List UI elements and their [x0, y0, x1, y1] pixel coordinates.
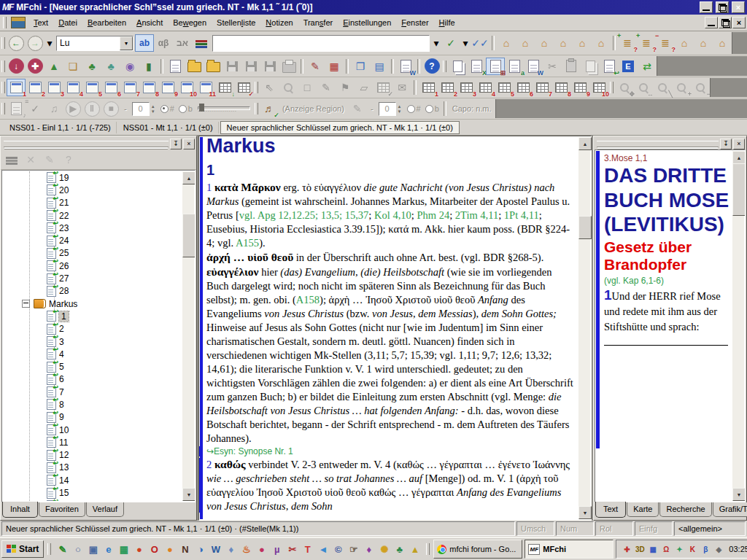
score-document-icon[interactable]: ♪	[7, 100, 26, 117]
view-layout-2-button[interactable]: 2	[26, 79, 44, 96]
capo-value[interactable]: 0	[379, 102, 396, 116]
right-panel-header[interactable]: ↧ ×	[594, 136, 746, 149]
view-layout-9-button[interactable]: 9	[158, 79, 177, 96]
document-scrollbar-thumb[interactable]	[578, 216, 592, 239]
zoom-width-button[interactable]: ↔	[634, 79, 653, 96]
zoom-in-button[interactable]: +	[672, 79, 691, 96]
close-button[interactable]: ×	[732, 1, 745, 13]
tray-volume-icon[interactable]: ◈	[713, 543, 724, 555]
document-scrollbar[interactable]: ▲ ▼	[578, 137, 590, 519]
delete-button[interactable]: ✕	[21, 151, 40, 168]
list-add-query-button[interactable]: ≣?+	[618, 34, 637, 52]
nav-history-dropdown[interactable]: ▾	[44, 34, 55, 52]
right-panel-close-icon[interactable]: ×	[733, 139, 745, 149]
paste-button[interactable]	[562, 58, 581, 75]
tree-node-chapter[interactable]: ↩21	[3, 197, 182, 209]
tray-display-icon[interactable]: ▦	[647, 543, 659, 555]
chevron-down-icon[interactable]: ▾	[120, 36, 133, 50]
table-view-10-button[interactable]: 10	[589, 79, 608, 96]
child-restore-button[interactable]	[719, 17, 732, 28]
menu-item-fenster[interactable]: Fenster	[396, 16, 433, 29]
nav-forward-button[interactable]: →	[26, 34, 44, 52]
tray-av-icon[interactable]: ✚	[621, 543, 632, 555]
panel-help-button[interactable]: ?	[59, 151, 78, 168]
gallery-icon[interactable]: ❏	[63, 58, 82, 75]
tree-node-chapter[interactable]: ↩6	[3, 373, 182, 386]
go-dropdown[interactable]: ▾	[460, 34, 471, 52]
zoom-off-button[interactable]: ╲	[653, 79, 672, 96]
exit-door-icon[interactable]: ▮	[139, 58, 158, 75]
menu-item-text[interactable]: Text	[28, 16, 53, 29]
stellenliste-check-button[interactable]: ✓	[234, 79, 253, 96]
table-view-5-button[interactable]: 5	[495, 79, 514, 96]
capo-spinner[interactable]: ▲▼	[398, 104, 402, 114]
flat-radio[interactable]: b	[179, 104, 193, 113]
toolbar-grip[interactable]	[443, 61, 446, 72]
scroll-up-icon[interactable]: ▲	[578, 137, 592, 150]
view-layout-1-button[interactable]: 1	[7, 79, 26, 96]
quicklaunch-messenger-icon[interactable]: ♦	[223, 541, 239, 557]
menu-item-notizen[interactable]: Notizen	[260, 16, 298, 29]
lens-icon[interactable]	[279, 79, 298, 96]
print-button[interactable]	[279, 58, 298, 75]
tree-node-chapter[interactable]: ↩24	[3, 234, 182, 246]
scroll-up-icon[interactable]: ▲	[182, 171, 196, 184]
download-button[interactable]: ↓	[7, 58, 26, 75]
disk-button[interactable]	[260, 58, 279, 75]
quicklaunch-network-icon[interactable]: ▣	[85, 541, 101, 557]
toolbar-grip[interactable]	[610, 82, 614, 93]
quicklaunch-cut-icon[interactable]: ✂	[285, 541, 300, 557]
verse-list-icon[interactable]: ✓≡	[26, 100, 44, 117]
upload-button[interactable]: ✚	[26, 58, 44, 75]
quicklaunch-search-icon[interactable]: ○	[70, 541, 85, 557]
quicklaunch-firefox-icon[interactable]: ●	[162, 541, 177, 557]
folder-button[interactable]	[204, 58, 222, 75]
quicklaunch-window-icon[interactable]: ▦	[116, 541, 131, 557]
tree-node-chapter[interactable]: ↩28	[3, 285, 182, 298]
tray-k-icon[interactable]: K	[686, 543, 698, 555]
parallel-text-6-button[interactable]: ⌂	[592, 34, 611, 52]
edit-button[interactable]: ✎	[40, 151, 59, 168]
parallel-text-2-button[interactable]: ⌂	[516, 34, 535, 52]
toolbar-grip[interactable]	[1, 37, 5, 49]
spin-up-icon[interactable]: ▲	[151, 104, 155, 109]
tree-node-chapter[interactable]: ↩15	[3, 486, 182, 499]
bible-scrollbar[interactable]: ▲ ▼	[732, 151, 744, 501]
tree-search-icon[interactable]: ♣	[101, 58, 120, 75]
tree-structure-icon[interactable]: ♣	[82, 58, 101, 75]
tree-node-chapter[interactable]: ↩22	[3, 209, 182, 222]
zoom-out-button[interactable]: −	[691, 79, 710, 96]
move-cursor-icon[interactable]: ⇖	[260, 79, 279, 96]
quicklaunch-opera-icon[interactable]: O	[147, 541, 162, 557]
select-rect-icon[interactable]: □	[298, 79, 317, 96]
parallel-text-9-button[interactable]: ⌂	[713, 34, 732, 52]
table-view-2-button[interactable]: 2	[438, 79, 457, 96]
view-layout-5-button[interactable]: 5	[82, 79, 101, 96]
flask-icon[interactable]: ◉	[120, 58, 139, 75]
menubar-grip[interactable]	[3, 17, 7, 28]
menu-item-bearbeiten[interactable]: Bearbeiten	[82, 16, 131, 29]
quicklaunch-notes2-icon[interactable]: N	[177, 541, 193, 557]
menu-item-stellenliste[interactable]: Stellenliste	[212, 16, 260, 29]
options-grid-icon[interactable]: ▦	[325, 58, 344, 75]
start-button[interactable]: Start	[1, 540, 44, 558]
lexicon-books-icon[interactable]	[192, 34, 211, 52]
save-button[interactable]	[222, 58, 241, 75]
tree-node-chapter[interactable]: ↩12	[3, 449, 182, 462]
refresh-button[interactable]: ⇄	[638, 58, 657, 75]
tray-bluetooth-icon[interactable]: β	[700, 543, 711, 555]
tools-icon[interactable]: ✎	[306, 58, 325, 75]
quicklaunch-clover-icon[interactable]: ♣	[392, 541, 407, 557]
tab-karte[interactable]: Karte	[627, 502, 659, 517]
view-layout-3-button[interactable]: 3	[44, 79, 63, 96]
tempo-slider[interactable]	[198, 104, 250, 114]
stellenliste-export-button[interactable]: ↓	[215, 79, 234, 96]
left-panel-grip[interactable]	[4, 141, 169, 147]
paste-text-button[interactable]: a	[505, 58, 524, 75]
tree-node-chapter[interactable]: ↩4	[3, 348, 182, 360]
quicklaunch-java-icon[interactable]: ♨	[239, 541, 254, 557]
spin-down-icon[interactable]: ▼	[151, 109, 155, 114]
capo-sharp-radio[interactable]: #	[407, 104, 421, 113]
table-view-3-button[interactable]: 3	[457, 79, 476, 96]
quicklaunch-hand-icon[interactable]: ☞	[346, 541, 361, 557]
